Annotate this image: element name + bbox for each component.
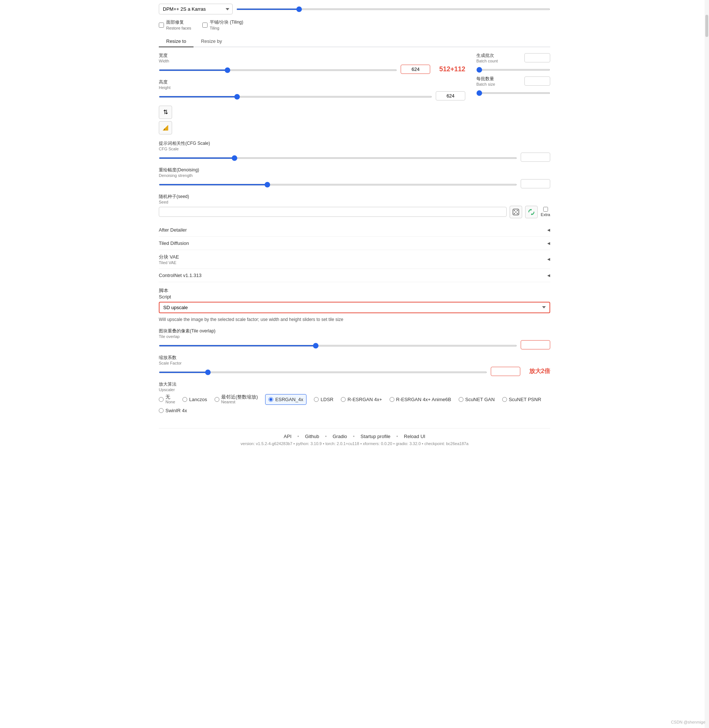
upscaler-swinir[interactable]: SwinIR 4x — [159, 408, 187, 413]
scale-factor-field: 缩放系数 Scale Factor 2 放大2倍 — [159, 355, 550, 376]
width-slider[interactable] — [159, 69, 397, 71]
upscaler-esrgan4x-radio[interactable] — [268, 397, 273, 402]
controlnet-accordion[interactable]: ControlNet v1.1.313 ◀ — [159, 269, 550, 282]
footer: API • Github • Gradio • Startup profile … — [159, 428, 550, 446]
upscaler-none[interactable]: 无 None — [159, 394, 175, 405]
denoising-field: 重绘幅度(Denoising) Denoising strength 0.3 — [159, 167, 550, 188]
after-detailer-arrow: ◀ — [547, 228, 550, 232]
tile-overlap-field: 图块重叠的像素(Tile overlap) Tile overlap 112 — [159, 328, 550, 349]
footer-gradio-link[interactable]: Gradio — [333, 433, 347, 439]
footer-reload-link[interactable]: Reload UI — [404, 433, 425, 439]
upscaler-nearest[interactable]: 最邻近(整数缩放) Nearest — [214, 394, 258, 405]
batch-count-input[interactable]: 1 — [524, 53, 550, 63]
upscaler-section: 放大算法 Upscaler 无 None Lanczos — [159, 381, 550, 413]
footer-github-link[interactable]: Github — [305, 433, 319, 439]
footer-api-link[interactable]: API — [284, 433, 291, 439]
tile-overlap-input[interactable]: 112 — [521, 340, 550, 349]
upscaler-resrgan4x-anime-radio[interactable] — [390, 397, 394, 402]
after-detailer-accordion[interactable]: After Detailer ◀ — [159, 223, 550, 237]
extra-checkbox-label[interactable]: Extra — [541, 207, 550, 217]
upscaler-ldsr[interactable]: LDSR — [314, 394, 333, 405]
height-field: 高度 Height 624 — [159, 79, 465, 101]
tab-resize-by[interactable]: Resize by — [194, 36, 229, 47]
aspect-ratio-button[interactable]: ! — [159, 121, 172, 134]
scale-factor-hint: 放大2倍 — [529, 368, 550, 375]
footer-startup-link[interactable]: Startup profile — [360, 433, 390, 439]
tiled-vae-accordion[interactable]: 分块 VAE Tiled VAE ◀ — [159, 250, 550, 269]
checkboxes-row: 面部修复 Restore faces 平铺/分块 (Tiling) Tiling — [159, 20, 550, 31]
scale-factor-input[interactable]: 2 — [491, 367, 520, 376]
upscaler-options: 无 None Lanczos 最邻近(整数缩放) Nearest — [159, 394, 550, 413]
batch-size-input[interactable]: 1 — [524, 76, 550, 86]
upscaler-ldsr-radio[interactable] — [314, 397, 319, 402]
accordions-container: After Detailer ◀ Tiled Diffusion ◀ 分块 VA… — [159, 223, 550, 282]
icon-buttons: ⇅ ! — [159, 106, 465, 134]
controlnet-arrow: ◀ — [547, 273, 550, 277]
footer-links: API • Github • Gradio • Startup profile … — [159, 433, 550, 439]
extra-checkbox-input[interactable] — [543, 207, 548, 212]
upscaler-scunet-gan[interactable]: ScuNET GAN — [459, 394, 495, 405]
recycle-seed-button[interactable] — [525, 206, 538, 218]
svg-point-4 — [517, 210, 518, 211]
sampler-select[interactable]: DPM++ 2S a Karras — [159, 4, 233, 15]
upscaler-scunet-gan-radio[interactable] — [459, 397, 464, 402]
svg-point-5 — [515, 211, 516, 212]
cfg-scale-field: 提示词相关性(CFG Scale) CFG Scale 7 — [159, 140, 550, 162]
steps-slider[interactable] — [236, 9, 550, 10]
script-section: 脚本 Script SD upscale None X/Y/Z plot Pro… — [159, 287, 550, 413]
tiled-diffusion-arrow: ◀ — [547, 241, 550, 245]
dice-icon-button[interactable] — [509, 206, 522, 218]
width-field: 宽度 Width 624 512+112 — [159, 53, 465, 74]
cfg-scale-input[interactable]: 7 — [521, 153, 550, 162]
tab-resize-to[interactable]: Resize to — [159, 36, 194, 47]
upscaler-lanczos-radio[interactable] — [182, 397, 187, 402]
svg-point-6 — [514, 213, 515, 214]
script-description: Will upscale the image by the selected s… — [159, 316, 550, 323]
restore-faces-input[interactable] — [159, 23, 164, 28]
upscaler-resrgan4x[interactable]: R-ESRGAN 4x+ — [341, 394, 382, 405]
upscaler-scunet-psnr[interactable]: ScuNET PSNR — [502, 394, 541, 405]
upscaler-lanczos[interactable]: Lanczos — [182, 394, 207, 405]
height-input[interactable]: 624 — [436, 91, 465, 101]
restore-faces-checkbox[interactable]: 面部修复 Restore faces — [159, 20, 191, 31]
swap-dimensions-button[interactable]: ⇅ — [159, 106, 172, 119]
width-input[interactable]: 624 — [401, 65, 430, 74]
seed-section: 随机种子(seed) Seed 2060336848 — [159, 194, 550, 218]
tiled-diffusion-accordion[interactable]: Tiled Diffusion ◀ — [159, 237, 550, 250]
sampler-row: DPM++ 2S a Karras — [159, 4, 550, 15]
scale-factor-slider[interactable] — [159, 372, 487, 373]
svg-point-7 — [517, 213, 518, 214]
seed-input[interactable]: 2060336848 — [159, 207, 507, 217]
svg-point-3 — [514, 210, 515, 211]
cfg-scale-slider[interactable] — [159, 158, 517, 159]
upscaler-resrgan4x-anime[interactable]: R-ESRGAN 4x+ Anime6B — [390, 394, 451, 405]
resize-tabs: Resize to Resize by — [159, 36, 550, 47]
upscaler-nearest-radio[interactable] — [214, 397, 219, 402]
upscaler-resrgan4x-radio[interactable] — [341, 397, 346, 402]
footer-version: version: v1.5.2-4-g624283b7 • python: 3.… — [159, 441, 550, 446]
width-hint: 512+112 — [439, 66, 465, 73]
tiling-checkbox[interactable]: 平铺/分块 (Tiling) Tiling — [202, 20, 244, 31]
upscaler-swinir-radio[interactable] — [159, 408, 163, 413]
batch-size-slider[interactable] — [476, 92, 550, 94]
upscaler-none-radio[interactable] — [159, 397, 163, 402]
upscaler-scunet-psnr-radio[interactable] — [502, 397, 507, 402]
height-slider[interactable] — [159, 96, 432, 98]
watermark: CSDN @shenmige — [671, 720, 705, 724]
denoising-slider[interactable] — [159, 184, 517, 185]
svg-text:!: ! — [164, 128, 165, 131]
batch-count-slider[interactable] — [476, 69, 550, 70]
tiled-vae-arrow: ◀ — [547, 257, 550, 261]
batch-section: 生成批次 Batch count 1 每批数量 Batch size 1 — [476, 53, 550, 134]
tiling-input[interactable] — [202, 23, 207, 28]
tile-overlap-slider[interactable] — [159, 345, 517, 346]
denoising-input[interactable]: 0.3 — [521, 179, 550, 188]
script-select[interactable]: SD upscale None X/Y/Z plot Prompt matrix… — [159, 302, 550, 313]
upscaler-esrgan4x[interactable]: ESRGAN_4x — [265, 394, 306, 405]
